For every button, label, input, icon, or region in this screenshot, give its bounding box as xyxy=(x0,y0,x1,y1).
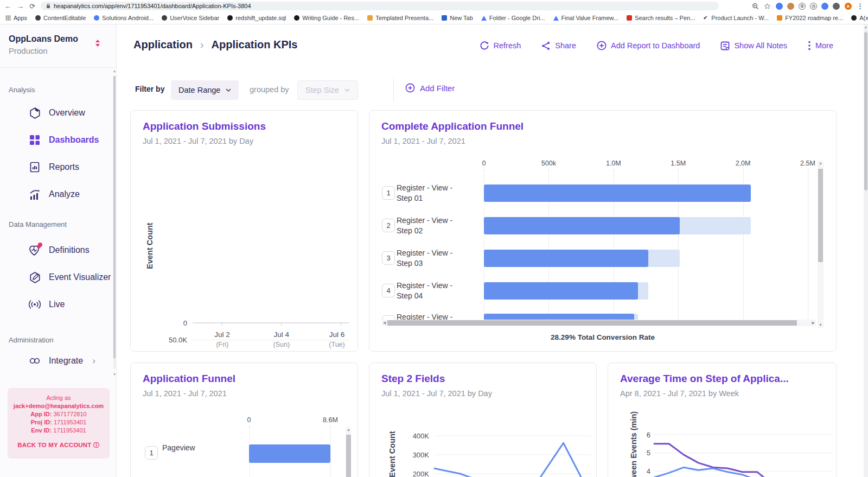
sidebar-item-label: Live xyxy=(49,300,65,309)
zoom-icon[interactable] xyxy=(752,3,759,10)
circle-one-extension-icon[interactable]: ① xyxy=(799,3,806,10)
show-all-notes-button[interactable]: Show All Notes xyxy=(720,41,787,50)
notification-badge xyxy=(38,243,42,247)
chevron-right-icon: › xyxy=(92,355,95,366)
bookmark-templated-presenta[interactable]: Templated Presenta... xyxy=(367,15,433,21)
bookmark-final-value-framew[interactable]: Final Value Framew... xyxy=(553,15,619,21)
total-conversion-rate: 28.29% Total Conversion Rate xyxy=(369,333,836,341)
sidebar-item-overview[interactable]: Overview xyxy=(0,99,116,126)
bookmark-writing-guide-res[interactable]: Writing Guide - Res... xyxy=(294,15,359,21)
sidebar-item-reports[interactable]: Reports xyxy=(0,154,116,181)
bookmark-search-results-pen[interactable]: Search results – Pen... xyxy=(627,15,695,21)
sidebar-item-definitions[interactable]: Definitions xyxy=(0,237,116,264)
step-size-select[interactable]: Step Size xyxy=(297,80,358,100)
refresh-button[interactable]: Refresh xyxy=(480,41,521,50)
card-title[interactable]: Average Time on Step of Applica... xyxy=(620,373,789,385)
funnel-horizontal-scrollbar[interactable]: ◀ ▶ xyxy=(382,320,816,326)
svg-text:(Tue): (Tue) xyxy=(329,341,344,348)
page-scrollbar[interactable]: ▲ xyxy=(864,24,868,477)
header-actions: RefreshShareAdd Report to DashboardShow … xyxy=(480,41,834,50)
sidebar-item-analyze[interactable]: Analyze xyxy=(0,181,116,208)
bookmark-contenteditable[interactable]: ContentEditable xyxy=(35,15,86,21)
breadcrumb-application[interactable]: Application xyxy=(133,39,193,51)
bookmark-star-icon[interactable] xyxy=(764,3,771,10)
cookie-extension-icon[interactable] xyxy=(787,3,794,10)
bookmark-label: Writing Guide - Res... xyxy=(302,15,359,21)
date-range-select[interactable]: Date Range xyxy=(171,80,239,100)
breadcrumb-separator-icon: › xyxy=(200,39,204,51)
funnel-bar[interactable] xyxy=(484,250,648,267)
funnel-vertical-scrollbar[interactable]: ▲ xyxy=(346,427,351,477)
reports-icon xyxy=(28,161,41,174)
org-name: OppLoans Demo xyxy=(9,34,110,44)
bookmark-new-tab[interactable]: New Tab xyxy=(442,15,473,21)
favicon xyxy=(35,15,41,21)
sidebar-scrollbar[interactable]: ▲ ▼ xyxy=(113,69,116,376)
sidebar-item-live[interactable]: Live xyxy=(0,291,116,318)
card-title[interactable]: Application Funnel xyxy=(143,373,235,385)
browser-menu-icon[interactable]: ⋮ xyxy=(857,2,864,10)
favicon xyxy=(442,15,447,21)
card-subtitle: Jul 1, 2021 - Jul 7, 2021 xyxy=(381,137,465,145)
sidebar-item-label: Reports xyxy=(49,162,79,172)
env-switcher-chevrons-icon[interactable] xyxy=(95,40,100,47)
share-icon xyxy=(541,41,551,50)
favicon xyxy=(227,15,233,21)
app-id-row: App ID: 3671772810 xyxy=(8,410,110,418)
more-icon xyxy=(808,41,811,50)
funnel-bar[interactable] xyxy=(484,185,751,202)
browser-toolbar: ← → ⟳ heapanalytics.com/app/env/17119534… xyxy=(0,0,868,12)
svg-text:200K: 200K xyxy=(413,470,430,477)
browser-reload-icon[interactable]: ⟳ xyxy=(29,3,35,10)
more-button[interactable]: More xyxy=(808,41,833,50)
org-switcher[interactable]: OppLoans Demo Production xyxy=(9,34,110,55)
browser-forward-icon[interactable]: → xyxy=(17,3,24,10)
clock-extension-icon[interactable]: ◷ xyxy=(810,3,817,10)
bookmark-fy2022-roadmap-re[interactable]: FY2022 roadmap re... xyxy=(777,15,843,21)
bookmark-redshift-update-sql[interactable]: redshift_update.sql xyxy=(227,15,286,21)
card-title[interactable]: Complete Application Funnel xyxy=(381,120,524,132)
browser-back-icon[interactable]: ← xyxy=(4,3,11,10)
card-title[interactable]: Application Submissions xyxy=(143,120,266,132)
add-report-to-dashboard-button[interactable]: Add Report to Dashboard xyxy=(597,41,700,50)
svg-text:4: 4 xyxy=(647,467,650,475)
svg-text:(Sun): (Sun) xyxy=(273,341,290,348)
proj-id-row: Proj ID: 1711953401 xyxy=(8,418,110,427)
card-complete-application-funnel: Complete Application Funnel Jul 1, 2021 … xyxy=(369,110,837,352)
funnel-bar[interactable] xyxy=(484,217,680,234)
bookmarks: AppsContentEditableSolutions Android...U… xyxy=(5,15,868,21)
action-label: Show All Notes xyxy=(734,41,787,50)
funnel-bar[interactable] xyxy=(484,282,638,300)
sidebar-item-integrate[interactable]: Integrate› xyxy=(0,347,116,374)
back-to-account-link[interactable]: BACK TO MY ACCOUNT ⓘ xyxy=(8,441,110,449)
screen: ← → ⟳ heapanalytics.com/app/env/17119534… xyxy=(0,0,868,477)
url-bar[interactable]: heapanalytics.com/app/env/1711953401/das… xyxy=(41,2,719,10)
card-subtitle: Jul 1, 2021 - Jul 7, 2021 by Day xyxy=(143,137,253,145)
card-subtitle: Apr 8, 2021 - Jul 7, 2021 by Week xyxy=(620,389,739,398)
loom-extension-icon[interactable] xyxy=(776,3,783,10)
sidebar-item-dashboards[interactable]: Dashboards xyxy=(0,126,116,154)
bookmark-solutions-android[interactable]: Solutions Android... xyxy=(94,15,154,21)
bookmark-apps[interactable]: Apps xyxy=(5,15,27,21)
funnel-vertical-scrollbar[interactable]: ▲ ▼ xyxy=(818,161,824,328)
step-number-chip: 4 xyxy=(382,284,395,297)
add-filter-button[interactable]: Add Filter xyxy=(405,83,455,93)
bookmark-uservoice-sidebar[interactable]: UserVoice Sidebar xyxy=(162,15,219,21)
extensions-puzzle-icon[interactable] xyxy=(833,3,840,10)
profile-avatar[interactable]: A xyxy=(845,3,852,10)
bookmark-product-launch-w[interactable]: ✔Product Launch - W... xyxy=(703,15,769,21)
card-title[interactable]: Step 2 Fields xyxy=(381,373,445,385)
sidebar-item-event-visualizer[interactable]: Event Visualizer xyxy=(0,264,116,291)
step-label: Pageview xyxy=(162,443,195,453)
svg-text:6: 6 xyxy=(647,431,650,439)
acting-as-label: Acting as xyxy=(8,394,110,402)
bookmark-label: A(x56) - URL Lengt... xyxy=(859,15,868,21)
a-blue-extension-icon[interactable] xyxy=(821,3,828,10)
funnel-bar[interactable] xyxy=(249,444,330,463)
bookmark-a-x56-url-lengt[interactable]: A(x56) - URL Lengt... xyxy=(851,15,868,21)
svg-text:300K: 300K xyxy=(413,451,430,459)
overview-icon xyxy=(28,106,41,119)
notes-icon xyxy=(720,41,730,50)
bookmark-folder-google-dri[interactable]: Folder - Google Dri... xyxy=(481,15,545,21)
share-button[interactable]: Share xyxy=(541,41,576,50)
